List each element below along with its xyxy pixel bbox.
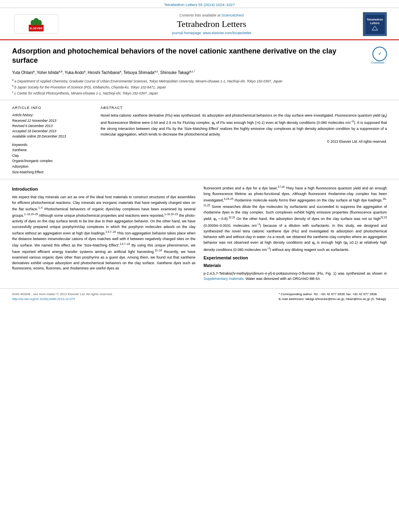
available-date: Available online 28 December 2013 — [12, 134, 93, 139]
main-body: Introduction We expect that clay mineral… — [0, 179, 399, 288]
footnote-star: * Corresponding author. Tel.: +81 42 677… — [279, 292, 387, 297]
paper-section: Adsorption and photochemical behaviors o… — [0, 40, 399, 100]
keywords-list: Xanthene Clay Organic/inorganic complex … — [12, 148, 93, 175]
keywords-block: Keywords: Xanthene Clay Organic/inorgani… — [12, 143, 93, 175]
svg-text:Letters: Letters — [370, 22, 379, 25]
elsevier-tree-icon: ELSEVIER — [28, 17, 44, 31]
history-label: Article history: — [12, 113, 93, 117]
authors-line: Yuta Ohtania, Yohei Ishidaa,b, Yuka Ando… — [12, 70, 363, 76]
journal-homepage-link[interactable]: journal homepage: www.elsevier.com/locat… — [172, 31, 251, 35]
body-col-left: Introduction We expect that clay mineral… — [12, 185, 195, 284]
journal-header: ELSEVIER Contents lists available at Sci… — [0, 8, 399, 40]
article-body-top: ARTICLE INFO Article history: Received 1… — [0, 100, 399, 179]
materials-heading: Materials — [204, 263, 387, 268]
svg-point-3 — [31, 20, 35, 26]
tet-letters-logo: Tetrahedron Letters — [363, 12, 387, 36]
page-wrapper: Tetrahedron Letters 55 (2014) 1024–1027 … — [0, 0, 399, 305]
svg-point-4 — [37, 20, 42, 26]
journal-header-center: Contents lists available at ScienceDirec… — [64, 13, 359, 35]
crossmark-badge: ✓ — [372, 47, 387, 61]
keywords-label: Keywords: — [12, 143, 93, 147]
body-col-right: fluorescent probes and a dye for a dye l… — [204, 185, 387, 284]
abstract-label: ABSTRACT — [101, 106, 387, 110]
footnote-block: * Corresponding author. Tel.: +81 42 677… — [279, 292, 387, 302]
journal-ref: Tetrahedron Letters 55 (2014) 1024–1027 — [164, 2, 235, 7]
article-abstract-col: ABSTRACT Novel tetra-cationic xanthene d… — [101, 106, 387, 175]
keyword-size: Size-Matching Effect — [12, 170, 93, 175]
journal-homepage-line: journal homepage: www.elsevier.com/locat… — [64, 31, 359, 35]
abstract-text: Novel tetra-cationic xanthene derivative… — [101, 113, 387, 137]
paper-title: Adsorption and photochemical behaviors o… — [12, 47, 363, 66]
article-info-label: ARTICLE INFO — [12, 106, 93, 110]
intro-heading: Introduction — [12, 187, 195, 191]
sciencedirect-link[interactable]: ScienceDirect — [222, 13, 244, 17]
intro-text-right: fluorescent probes and a dye for a dye l… — [204, 185, 387, 253]
keyword-clay: Clay — [12, 153, 93, 159]
revised-date: Revised 6 December 2013 — [12, 123, 93, 129]
issn-text: 0040-4039/$ - see front matter © 2013 El… — [12, 292, 113, 297]
copyright-line: © 2013 Elsevier Ltd. All rights reserved… — [101, 140, 387, 144]
intro-text-left: We expect that clay minerals can act as … — [12, 195, 195, 271]
page-footer: 0040-4039/$ - see front matter © 2013 El… — [0, 288, 399, 305]
supplementary-link[interactable]: Supplementary materials — [204, 277, 244, 281]
accepted-date: Accepted 18 December 2013 — [12, 129, 93, 134]
journal-header-right: Tetrahedron Letters — [359, 12, 391, 36]
article-history: Article history: Received 12 November 20… — [12, 113, 93, 139]
article-info-col: ARTICLE INFO Article history: Received 1… — [12, 106, 93, 175]
keyword-adsorption: Adsorption — [12, 164, 93, 170]
journal-title-main: Tetrahedron Letters — [64, 19, 359, 29]
keyword-xanthene: Xanthene — [12, 148, 93, 153]
materials-text: p-2,4,5,7-Tetrakis(N-methylpyridinium-4-… — [204, 271, 387, 282]
footer-left: 0040-4039/$ - see front matter © 2013 El… — [12, 292, 113, 302]
journal-header-left: ELSEVIER — [8, 14, 64, 34]
svg-text:ELSEVIER: ELSEVIER — [30, 27, 43, 30]
journal-top-bar: Tetrahedron Letters 55 (2014) 1024–1027 — [0, 0, 399, 8]
sciencedirect-line: Contents lists available at ScienceDirec… — [64, 13, 359, 17]
affiliation-block: a a Department of Applied Chemistry, Gra… — [12, 78, 363, 96]
svg-rect-5 — [35, 24, 37, 25]
elsevier-logo: ELSEVIER — [14, 14, 58, 34]
svg-text:Tetrahedron: Tetrahedron — [366, 18, 383, 21]
footnote-email: E-mail addresses: takagi-shinsuke@tmu.ac… — [279, 297, 387, 302]
doi-link[interactable]: http://dx.doi.org/10.1016/j.tetlet.2013.… — [12, 297, 75, 301]
received-date: Received 12 November 2013 — [12, 118, 93, 123]
keyword-organic: Organic/inorganic complex — [12, 158, 93, 164]
experimental-heading: Experimental section — [204, 255, 387, 260]
